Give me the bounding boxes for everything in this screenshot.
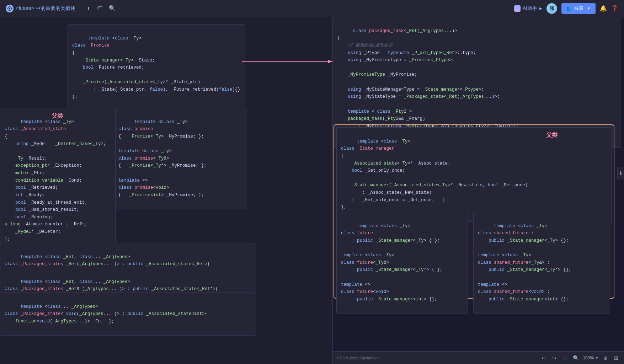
cursor-button[interactable]: ⊹ [561, 354, 569, 362]
state-manager-block: template <class _Ty> class _State_manage… [336, 127, 612, 222]
svg-point-1 [9, 8, 10, 9]
share-button[interactable]: 👥 分享 ▼ [561, 3, 596, 14]
user-avatar: 张 [546, 3, 557, 14]
zoom-out-button[interactable]: 🔍 [572, 354, 579, 362]
right-panel: class packaged_task<_Ret(_ArgTypes...)> … [332, 17, 624, 364]
header-right: AI助手 ▶ 张 👥 分享 ▼ 🔔 ❓ [514, 3, 618, 14]
state-manager-label: 父类 [546, 132, 558, 139]
shared-future-block: template <class _Ty> class shared_future… [473, 212, 610, 314]
promise-class-block: template <class _Ty> class _Promise { _S… [68, 24, 245, 111]
bookmark-icon[interactable]: 🏷 [97, 5, 102, 12]
undo-button[interactable]: ↩ [540, 354, 547, 362]
header: <future> 中的重要的类概述 ⬇ 🏷 🔍 AI助手 ▶ 张 👥 分享 ▼ … [0, 0, 624, 17]
ai-button[interactable]: AI助手 ▶ [514, 5, 542, 12]
csdn-label: CSDN @zhangzhangkeji [337, 356, 380, 360]
info-icon[interactable]: ℹ [620, 170, 622, 177]
left-panel: template <class _Ty> class _Promise { _S… [0, 17, 332, 364]
zoom-control: 100% ▼ [583, 355, 598, 360]
bottom-toolbar: CSDN @zhangzhangkeji ↩ ↪ ⊹ 🔍 100% ▼ ⊕ ⊞ [333, 351, 624, 364]
share-icon: 👥 [566, 6, 572, 11]
grid-button[interactable]: ⊞ [613, 354, 620, 362]
associated-state-block: template <class _Ty> class _Associated_s… [0, 108, 116, 253]
header-icons: ⬇ 🏷 🔍 [87, 5, 116, 12]
bell-icon[interactable]: 🔔 [600, 5, 607, 12]
zoom-value: 100% [583, 355, 594, 360]
future-block: template <class _Ty> class future : publ… [336, 212, 468, 314]
promise-spec-block: template <class _Ty> class promise { _Pr… [114, 108, 247, 209]
share-label: 分享 [574, 5, 583, 12]
ai-label: AI助手 [523, 5, 537, 12]
info-sidebar: ℹ [617, 167, 624, 180]
zoom-chevron: ▼ [595, 356, 598, 360]
ai-chevron: ▶ [539, 6, 542, 10]
search-icon[interactable]: 🔍 [109, 5, 116, 12]
ai-icon [514, 5, 521, 12]
app-logo: <future> 中的重要的类概述 [6, 5, 75, 12]
app-logo-icon [6, 5, 14, 12]
app-title: <future> 中的重要的类概述 [16, 5, 75, 12]
packaged-state-void-block: template <class... _ArgTypes> class _Pac… [0, 293, 256, 336]
download-icon[interactable]: ⬇ [87, 5, 90, 12]
zoom-in-button[interactable]: ⊕ [602, 354, 609, 362]
help-icon[interactable]: ❓ [611, 5, 618, 12]
share-chevron: ▼ [587, 6, 591, 10]
redo-button[interactable]: ↪ [551, 354, 558, 362]
assoc-state-label: 父类 [52, 112, 63, 120]
main-content: template <class _Ty> class _Promise { _S… [0, 17, 624, 364]
